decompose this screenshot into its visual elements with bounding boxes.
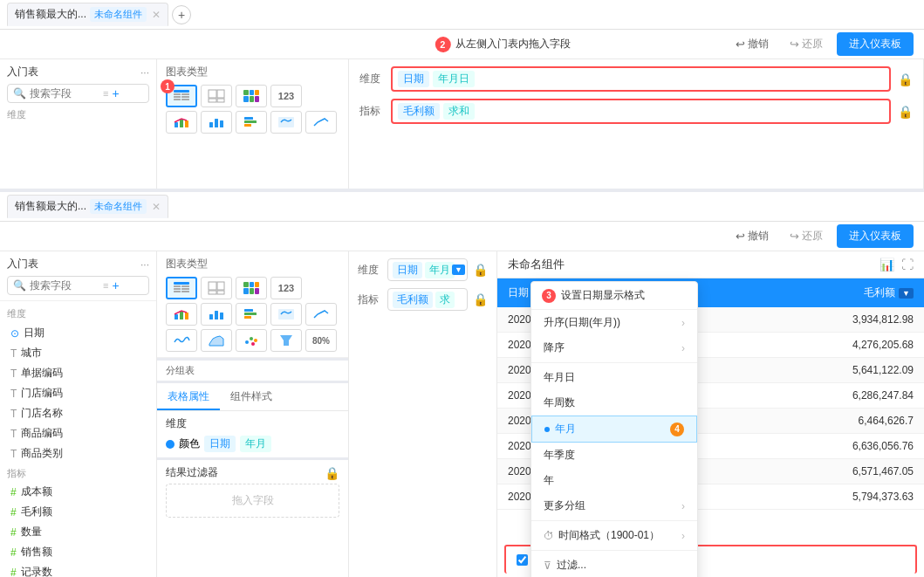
search-field[interactable]: 🔍 ≡ +	[7, 84, 149, 103]
chart-icon-table-2[interactable]	[166, 277, 197, 299]
svg-rect-25	[244, 124, 251, 127]
chart-icon-map-2[interactable]	[270, 303, 302, 326]
filter-label: 结果过滤器	[166, 465, 218, 480]
tab-component-style[interactable]: 组件样式	[220, 385, 283, 410]
chart-icon-bar-combo-2[interactable]	[166, 303, 197, 326]
sidebar-menu-2[interactable]: ···	[140, 258, 149, 271]
dim-dropdown-arrow[interactable]: ▼	[452, 264, 465, 275]
filter-lock[interactable]: 🔒	[325, 466, 339, 480]
dim-lock-icon-1[interactable]: 🔒	[898, 72, 913, 86]
enter-dashboard-button-2[interactable]: 进入仪表板	[837, 224, 914, 248]
chart-icon-cross[interactable]	[201, 85, 232, 107]
svg-rect-34	[209, 282, 216, 290]
field-item-city[interactable]: T 城市	[7, 343, 149, 363]
sidebar-title-2: 入门表	[7, 257, 38, 271]
filter-icon[interactable]: ≡	[103, 88, 108, 99]
add-field-icon-2[interactable]: +	[112, 278, 119, 292]
metric-tag-sum-2: 求	[435, 292, 455, 308]
metric-lock-icon-1[interactable]: 🔒	[898, 105, 913, 119]
enter-dashboard-button-1[interactable]: 进入仪表板	[837, 32, 914, 56]
tab-1-close[interactable]: ✕	[152, 9, 161, 21]
dim-lock-icon-2[interactable]: 🔒	[473, 263, 488, 277]
field-item-doc-code[interactable]: T 单据编码	[7, 363, 149, 383]
tab-2-close[interactable]: ✕	[152, 201, 161, 213]
chart-icon-number-2[interactable]: 123	[270, 277, 302, 299]
chart-icon-bar-combo[interactable]	[166, 111, 197, 134]
chart-icon-bar-h[interactable]	[236, 111, 267, 134]
chart-icon-line-2[interactable]	[305, 303, 337, 326]
dropdown-item-timeformat[interactable]: ⏱ 时间格式（1900-01） ›	[531, 523, 697, 548]
chart-icon-table[interactable]: 1	[166, 85, 197, 107]
undo-button[interactable]: ↩ 撤销	[729, 34, 776, 54]
view-all-checkbox[interactable]	[517, 554, 528, 566]
filter-icon-2[interactable]: ≡	[103, 280, 108, 291]
field-item-product-code[interactable]: T 商品编码	[7, 423, 149, 443]
chart-icon-funnel[interactable]	[270, 329, 302, 352]
dropdown-item-asc[interactable]: 升序(日期(年月)) ›	[531, 310, 697, 335]
tab-table-props[interactable]: 表格属性	[157, 385, 220, 410]
filter-drop-zone[interactable]: 拖入字段	[166, 484, 339, 518]
field-item-profit[interactable]: # 毛利额	[7, 502, 149, 522]
chart-icon-line[interactable]	[305, 111, 337, 134]
svg-rect-15	[250, 96, 254, 102]
svg-rect-40	[255, 282, 259, 287]
number-icon-records: #	[10, 567, 17, 578]
chart-type-label-2: 图表类型	[166, 257, 339, 271]
field-item-store-name[interactable]: T 门店名称	[7, 403, 149, 423]
chart-icon-map[interactable]	[270, 111, 302, 134]
add-field-icon[interactable]: +	[112, 86, 119, 100]
field-item-store-code[interactable]: T 门店编码	[7, 383, 149, 403]
tab-1[interactable]: 销售额最大的... 未命名组件 ✕	[7, 3, 168, 26]
dropdown-item-desc[interactable]: 降序 ›	[531, 335, 697, 361]
color-tag-date: 日期	[204, 436, 236, 452]
chart-icon-area[interactable]	[201, 329, 232, 352]
dropdown-item-filter[interactable]: ⊽ 过滤...	[531, 553, 697, 577]
component-title: 未命名组件	[508, 257, 565, 272]
redo-button[interactable]: ↪ 还原	[783, 34, 830, 54]
chart-icon-wave[interactable]	[166, 329, 197, 352]
redo-icon: ↪	[790, 38, 799, 51]
dim-tags-2: 日期 年月 ▼	[387, 258, 468, 281]
chart-icon-number[interactable]: 123	[270, 85, 302, 107]
col-profit-header[interactable]: 毛利额 ▼	[676, 278, 924, 307]
dim-tag-yearmonthday: 年月日	[433, 71, 475, 87]
tab-2[interactable]: 销售额最大的... 未命名组件 ✕	[7, 195, 168, 218]
dropdown-item-yq[interactable]: 年季度	[531, 443, 697, 468]
chart-icon-scatter[interactable]	[236, 329, 267, 352]
add-tab-button[interactable]: +	[172, 5, 191, 24]
dropdown-item-more[interactable]: 更多分组 ›	[531, 493, 697, 519]
svg-rect-35	[217, 282, 224, 290]
redo-button-2[interactable]: ↪ 还原	[783, 226, 830, 246]
table-chart-icon[interactable]: 📊	[880, 258, 894, 271]
metric-lock-icon-2[interactable]: 🔒	[473, 292, 488, 306]
chart-icon-bar-2[interactable]	[201, 303, 232, 326]
dropdown-item-ymd[interactable]: 年月日	[531, 365, 697, 390]
table-expand-icon[interactable]: ⛶	[901, 258, 914, 271]
field-item-sales[interactable]: # 销售额	[7, 542, 149, 562]
search-field-2[interactable]: 🔍 ≡ +	[7, 276, 149, 295]
metric-tag-sum: 求和	[443, 103, 475, 120]
dropdown-item-ym[interactable]: 年月 4	[531, 416, 697, 443]
metric-label-2: 指标	[358, 292, 382, 307]
dropdown-item-yw[interactable]: 年周数	[531, 390, 697, 416]
sidebar-menu-icon[interactable]: ···	[140, 66, 149, 79]
dropdown-item-y[interactable]: 年	[531, 468, 697, 493]
chart-icon-pivot[interactable]	[236, 85, 267, 107]
chart-icon-bar-h-2[interactable]	[236, 303, 267, 326]
field-item-cost[interactable]: # 成本额	[7, 482, 149, 502]
chart-icon-bar[interactable]	[201, 111, 232, 134]
field-item-records[interactable]: # 记录数	[7, 562, 149, 577]
resize-handle-2[interactable]	[157, 381, 348, 383]
col-dropdown-btn[interactable]: ▼	[899, 288, 914, 299]
search-input[interactable]	[30, 87, 99, 100]
chart-icon-cross-2[interactable]	[201, 277, 232, 299]
search-icon-2: 🔍	[13, 279, 26, 292]
undo-button-2[interactable]: ↩ 撤销	[729, 226, 776, 246]
chart-icon-percent[interactable]: 80%	[305, 329, 337, 352]
field-item-category[interactable]: T 商品类别	[7, 443, 149, 464]
field-item-date[interactable]: ⊙ 日期	[7, 323, 149, 343]
search-input-2[interactable]	[30, 279, 99, 292]
svg-rect-8	[217, 90, 224, 98]
field-item-qty[interactable]: # 数量	[7, 522, 149, 542]
chart-icon-pivot-2[interactable]	[236, 277, 267, 299]
